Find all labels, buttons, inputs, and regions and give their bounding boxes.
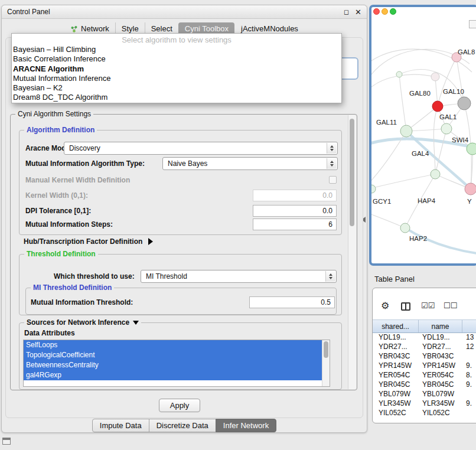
network-node-label: HAP4 bbox=[418, 197, 436, 204]
threshold-definition-group: Threshold Definition Which threshold to … bbox=[19, 254, 342, 315]
mi-steps-field[interactable] bbox=[253, 219, 337, 230]
dropdown-item[interactable]: Dream8 DC_TDC Algorithm bbox=[12, 93, 341, 102]
network-node-label: HAP2 bbox=[409, 235, 427, 242]
mi-threshold-definition-title-text: MI Threshold Definition bbox=[33, 283, 112, 292]
which-threshold-select[interactable]: MI Threshold bbox=[141, 270, 337, 283]
cell-shared-name: YBR045C bbox=[373, 380, 419, 389]
mi-threshold-definition-group: MI Threshold Definition Mutual Informati… bbox=[25, 288, 337, 315]
attribute-item-selected[interactable]: SelfLoops bbox=[24, 340, 322, 350]
tab-jactivemnodules-label: jActiveMNodules bbox=[241, 25, 298, 33]
which-threshold-label: Which threshold to use: bbox=[54, 272, 135, 281]
table-row[interactable]: YIL052C YIL052C bbox=[373, 408, 476, 418]
combo-stepper-icon[interactable] bbox=[327, 143, 337, 154]
attribute-item-selected[interactable]: gal4RGexp bbox=[24, 370, 322, 380]
network-graph[interactable]: GAL8 GAL80 GAL10 GAL11 GAL1 SWI4 GAL4 GC… bbox=[371, 7, 476, 263]
attribute-item-selected[interactable]: TopologicalCoefficient bbox=[24, 350, 322, 360]
network-node bbox=[431, 169, 440, 179]
hub-definition-expander[interactable]: Hub/Transcription Factor Definition bbox=[24, 237, 153, 246]
combo-stepper-icon[interactable] bbox=[325, 271, 335, 282]
sources-group-title[interactable]: Sources for Network Inference bbox=[24, 318, 141, 327]
manual-kernel-width-checkbox[interactable] bbox=[329, 176, 337, 184]
attribute-item-selected[interactable]: BetweennessCentrality bbox=[24, 360, 322, 370]
tab-discretize-data[interactable]: Discretize Data bbox=[149, 419, 216, 432]
settings-gear-icon[interactable]: ⚙ bbox=[381, 300, 389, 311]
settings-scrollbar[interactable] bbox=[348, 115, 356, 389]
dropdown-item[interactable]: Bayesian – K2 bbox=[12, 83, 341, 93]
attributes-scrollbar[interactable] bbox=[322, 340, 330, 386]
apply-button[interactable]: Apply bbox=[159, 399, 200, 412]
birdseye-toggle-icon[interactable] bbox=[469, 20, 476, 28]
table-row[interactable]: YDL19... YDL19... 13 bbox=[373, 332, 476, 342]
dpi-tolerance-field[interactable] bbox=[253, 205, 337, 217]
column-selector-icon[interactable] bbox=[401, 302, 410, 311]
zoom-traffic-light[interactable] bbox=[390, 8, 396, 15]
scrollbar-thumb[interactable] bbox=[350, 119, 354, 226]
data-attributes-list[interactable]: SelfLoops TopologicalCoefficient Between… bbox=[23, 340, 330, 387]
column-header-name[interactable]: name bbox=[419, 320, 462, 332]
scrollbar-thumb[interactable] bbox=[324, 341, 328, 358]
table-row[interactable]: YER054C YER054C 8. bbox=[373, 370, 476, 380]
control-panel-titlebar[interactable]: Control Panel ◻ ✕ bbox=[2, 5, 367, 19]
deselect-all-rows-icon[interactable]: ☐☐ bbox=[444, 301, 457, 310]
network-node bbox=[371, 185, 376, 193]
network-node-label: GAL80 bbox=[409, 90, 431, 97]
tab-network-label: Network bbox=[81, 25, 109, 33]
dropdown-item[interactable]: Bayesian – Hill Climbing bbox=[12, 45, 341, 54]
algorithm-definition-group: Algorithm Definition Aracne Mode: Discov… bbox=[19, 130, 342, 235]
network-view-window[interactable]: GAL8 GAL80 GAL10 GAL11 GAL1 SWI4 GAL4 GC… bbox=[369, 5, 476, 266]
table-row[interactable]: YPR145W YPR145W 9. bbox=[373, 361, 476, 370]
control-panel-window: Control Panel ◻ ✕ Network Style bbox=[1, 5, 367, 433]
tab-infer-network[interactable]: Infer Network bbox=[216, 419, 276, 432]
network-node bbox=[400, 125, 412, 137]
table-row[interactable]: YBL079W YBL079W bbox=[373, 389, 476, 399]
network-canvas[interactable]: GAL8 GAL80 GAL10 GAL11 GAL1 SWI4 GAL4 GC… bbox=[371, 7, 476, 263]
mi-threshold-field[interactable] bbox=[249, 296, 335, 308]
collapse-down-icon bbox=[133, 321, 139, 325]
dropdown-placeholder-item[interactable]: Select algorithm to view settings bbox=[12, 35, 341, 45]
aracne-mode-select[interactable]: Discovery bbox=[64, 142, 338, 155]
dropdown-item-selected[interactable]: ARACNE Algorithm bbox=[12, 64, 341, 74]
network-node-label: SWI4 bbox=[452, 136, 469, 144]
aracne-mode-value: Discovery bbox=[69, 144, 100, 152]
data-attributes-header: Data Attributes bbox=[24, 329, 75, 338]
cell-value bbox=[462, 351, 476, 361]
expand-right-icon bbox=[148, 238, 153, 245]
minimize-traffic-light[interactable] bbox=[382, 8, 388, 15]
column-header-shared-name[interactable]: shared... bbox=[373, 320, 419, 332]
network-node-label: GAL10 bbox=[443, 88, 464, 95]
select-all-rows-icon[interactable]: ☑☑ bbox=[421, 301, 435, 310]
dropdown-item[interactable]: Mutual Information Inference bbox=[12, 74, 341, 83]
tab-impute-data[interactable]: Impute Data bbox=[92, 419, 149, 432]
kernel-width-label: Kernel Width (0,1): bbox=[25, 191, 88, 200]
settings-group-title: Cyni Algorithm Settings bbox=[15, 110, 93, 119]
bottom-tabs: Impute Data Discretize Data Infer Networ… bbox=[2, 419, 367, 432]
settings-group-title-text: Cyni Algorithm Settings bbox=[18, 110, 91, 119]
network-node bbox=[465, 183, 476, 195]
close-traffic-light[interactable] bbox=[373, 8, 380, 15]
cell-value: 8. bbox=[462, 370, 476, 380]
table-row[interactable]: YBR045C YBR045C 9. bbox=[373, 380, 476, 389]
table-row[interactable]: YBR043C YBR043C bbox=[373, 351, 476, 361]
column-header-clipped[interactable] bbox=[462, 320, 476, 332]
network-node-label: GAL4 bbox=[412, 150, 429, 157]
mi-threshold-definition-title: MI Threshold Definition bbox=[31, 283, 114, 292]
window-title: Control Panel bbox=[7, 8, 50, 16]
kernel-width-field[interactable] bbox=[253, 190, 337, 201]
table-panel-window: ⚙ ☑☑ ☐☐ shared... name YDL19... YDL19...… bbox=[372, 288, 476, 423]
sources-group-title-text: Sources for Network Inference bbox=[27, 318, 129, 327]
table-row[interactable]: YDR27... YDR27... 12 bbox=[373, 342, 476, 351]
close-icon[interactable]: ✕ bbox=[355, 8, 361, 17]
float-window-icon[interactable]: ◻ bbox=[344, 8, 349, 16]
tab-select-label: Select bbox=[151, 25, 172, 33]
table-row[interactable]: YLR345W YLR345W 9. bbox=[373, 399, 476, 408]
hub-definition-label: Hub/Transcription Factor Definition bbox=[24, 237, 142, 246]
cell-value bbox=[462, 408, 476, 418]
restore-panel-icon[interactable] bbox=[2, 438, 11, 445]
network-node-label: GAL11 bbox=[376, 119, 397, 126]
threshold-definition-title: Threshold Definition bbox=[24, 250, 98, 259]
mi-algorithm-type-select[interactable]: Naive Bayes bbox=[162, 157, 338, 170]
cell-name: YBR043C bbox=[419, 351, 462, 361]
dpi-tolerance-label: DPI Tolerance [0,1]: bbox=[25, 207, 91, 216]
combo-stepper-icon[interactable] bbox=[327, 158, 337, 169]
dropdown-item[interactable]: Basic Correlation Inference bbox=[12, 54, 341, 64]
